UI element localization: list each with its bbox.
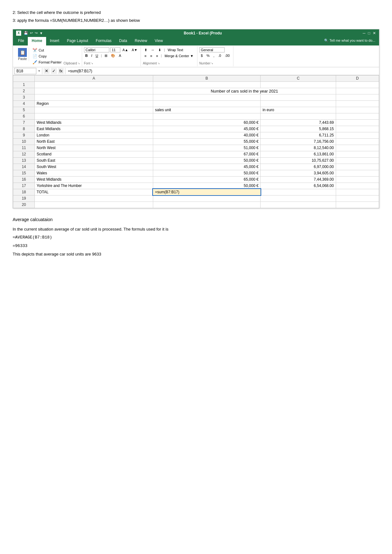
- tab-review[interactable]: Review: [131, 37, 151, 45]
- number-format-input[interactable]: [199, 47, 225, 52]
- cell-d12[interactable]: [336, 151, 379, 157]
- cell-b12[interactable]: 67,000 €: [153, 151, 261, 157]
- cell-a20[interactable]: [35, 202, 153, 208]
- font-name-input[interactable]: [84, 47, 109, 52]
- cell-c11[interactable]: 8,12,540.00: [261, 145, 336, 151]
- cell-c5[interactable]: in euro: [261, 107, 336, 113]
- tab-formulas[interactable]: Formulas: [92, 37, 115, 45]
- cell-d2[interactable]: [336, 88, 379, 94]
- insert-function-button[interactable]: fx: [58, 68, 64, 74]
- cell-d8[interactable]: [336, 126, 379, 132]
- cell-a12[interactable]: Scotland: [35, 151, 153, 157]
- align-right-button[interactable]: ≡: [154, 53, 160, 58]
- cell-b6[interactable]: [153, 113, 261, 119]
- cell-c14[interactable]: 6,97,000.00: [261, 164, 336, 170]
- cell-b11[interactable]: 51,000 €: [153, 145, 261, 151]
- cell-b10[interactable]: 55,000 €: [153, 138, 261, 145]
- cell-a9[interactable]: London: [35, 132, 153, 138]
- cell-a10[interactable]: North East: [35, 138, 153, 145]
- fill-color-button[interactable]: 🎨: [110, 53, 117, 58]
- cell-c16[interactable]: 7,44,369.00: [261, 176, 336, 183]
- merge-center-button[interactable]: Merge & Center ▼: [163, 53, 195, 58]
- decrease-font-button[interactable]: A▼: [130, 47, 139, 52]
- cell-c13[interactable]: 10,75,627.00: [261, 157, 336, 164]
- cell-d4[interactable]: [336, 100, 379, 107]
- cell-a16[interactable]: West Midlands: [35, 176, 153, 183]
- cell-d14[interactable]: [336, 164, 379, 170]
- cell-d19[interactable]: [336, 195, 379, 202]
- tab-data[interactable]: Data: [115, 37, 131, 45]
- cell-d15[interactable]: [336, 170, 379, 176]
- cell-a2[interactable]: [35, 88, 153, 94]
- cell-a17[interactable]: Yorkshire and The Humber: [35, 183, 153, 189]
- cell-b16[interactable]: 65,000 €: [153, 176, 261, 183]
- border-button[interactable]: ⊞: [103, 53, 109, 58]
- bold-button[interactable]: B: [84, 53, 89, 58]
- cell-a18[interactable]: TOTAL: [35, 189, 153, 195]
- tab-file[interactable]: File: [14, 37, 28, 45]
- wrap-text-button[interactable]: Wrap Text: [166, 47, 185, 52]
- format-painter-button[interactable]: 🖌️ Format Painter: [32, 59, 62, 65]
- cell-d5[interactable]: [336, 107, 379, 113]
- font-expander-icon[interactable]: ↘: [91, 62, 93, 65]
- cell-b13[interactable]: 50,000 €: [153, 157, 261, 164]
- cell-c20[interactable]: [261, 202, 336, 208]
- cell-a1[interactable]: [35, 81, 153, 88]
- cell-b18-active[interactable]: =sum(B7:B17): [153, 189, 261, 195]
- cell-a14[interactable]: South West: [35, 164, 153, 170]
- tab-home[interactable]: Home: [28, 37, 46, 45]
- cell-d16[interactable]: [336, 176, 379, 183]
- cell-a19[interactable]: [35, 195, 153, 202]
- font-color-button[interactable]: A: [118, 53, 122, 58]
- cell-c3[interactable]: [261, 94, 336, 100]
- minimize-icon[interactable]: ─: [363, 31, 365, 35]
- name-box[interactable]: [14, 68, 36, 74]
- cell-b17[interactable]: 50,000 €: [153, 183, 261, 189]
- cell-c1[interactable]: [261, 81, 336, 88]
- formula-input[interactable]: [67, 68, 378, 74]
- underline-button[interactable]: U: [94, 53, 100, 58]
- cell-b4[interactable]: [153, 100, 261, 107]
- cell-b8[interactable]: 45,000 €: [153, 126, 261, 132]
- cell-a13[interactable]: South East: [35, 157, 153, 164]
- cell-b14[interactable]: 45,000 €: [153, 164, 261, 170]
- cell-d18[interactable]: [336, 189, 379, 195]
- cell-c8[interactable]: 5,868.15: [261, 126, 336, 132]
- cell-c15[interactable]: 3,94,605.00: [261, 170, 336, 176]
- clipboard-expander-icon[interactable]: ↘: [78, 62, 80, 65]
- cell-a4[interactable]: Region: [35, 100, 153, 107]
- cell-a8[interactable]: East Midlands: [35, 126, 153, 132]
- cell-b3[interactable]: [153, 94, 261, 100]
- cell-d13[interactable]: [336, 157, 379, 164]
- align-center-button[interactable]: ≡: [149, 53, 154, 58]
- increase-decimal-button[interactable]: .0: [217, 53, 223, 58]
- align-middle-button[interactable]: ↔: [149, 47, 156, 52]
- italic-button[interactable]: I: [90, 53, 93, 58]
- undo-icon[interactable]: ↩: [30, 31, 33, 35]
- align-top-button[interactable]: ⬆: [143, 47, 149, 53]
- cell-a15[interactable]: Wales: [35, 170, 153, 176]
- cell-b5[interactable]: sales unit: [153, 107, 261, 113]
- cell-c6[interactable]: [261, 113, 336, 119]
- cell-c18[interactable]: [261, 189, 336, 195]
- close-icon[interactable]: ✕: [373, 31, 376, 35]
- increase-font-button[interactable]: A▲: [121, 47, 130, 52]
- cell-c17[interactable]: 6,54,068.00: [261, 183, 336, 189]
- tab-insert[interactable]: Insert: [46, 37, 63, 45]
- cell-c4[interactable]: [261, 100, 336, 107]
- tell-me-input[interactable]: 🔍 Tell me what you want to do...: [322, 37, 378, 45]
- cell-d10[interactable]: [336, 138, 379, 145]
- tab-view[interactable]: View: [151, 37, 167, 45]
- redo-icon[interactable]: ↪: [35, 31, 38, 35]
- cut-button[interactable]: ✂️ Cut: [32, 47, 62, 53]
- cell-d17[interactable]: [336, 183, 379, 189]
- cell-d7[interactable]: [336, 119, 379, 126]
- cell-c7[interactable]: 7,443.69: [261, 119, 336, 126]
- cell-d11[interactable]: [336, 145, 379, 151]
- maximize-icon[interactable]: □: [368, 31, 370, 35]
- tab-page-layout[interactable]: Page Layout: [63, 37, 92, 45]
- cell-c12[interactable]: 6,13,861.00: [261, 151, 336, 157]
- alignment-expander-icon[interactable]: ↘: [158, 62, 160, 65]
- cell-b19[interactable]: [153, 195, 261, 202]
- font-size-input[interactable]: [110, 47, 120, 52]
